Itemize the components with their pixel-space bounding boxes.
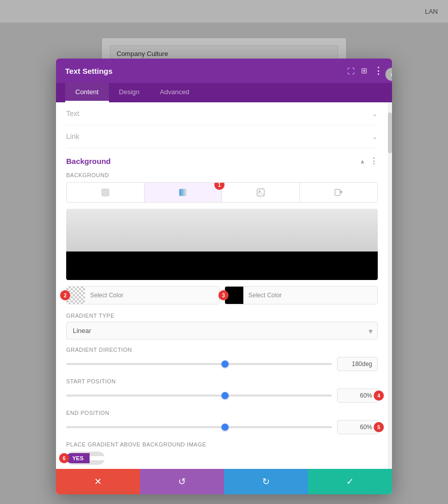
svg-rect-4 — [335, 189, 340, 195]
redo-icon: ↻ — [262, 476, 270, 487]
place-gradient-row: Place Gradient Above Background Image 6 … — [66, 441, 378, 465]
svg-point-3 — [259, 190, 261, 192]
end-position-value[interactable] — [337, 420, 378, 434]
toggle-yes: YES — [66, 453, 90, 463]
gradient-direction-value[interactable] — [337, 357, 378, 371]
bg-type-tabs: 1 — [66, 182, 378, 203]
svg-rect-2 — [257, 189, 264, 196]
bg-tab-video[interactable] — [300, 183, 378, 202]
modal-footer: ✕ ↺ ↻ ✓ — [56, 469, 392, 494]
scrollbar-track[interactable] — [388, 102, 392, 469]
svg-rect-1 — [179, 189, 186, 196]
scrollbar-thumb[interactable] — [388, 113, 392, 153]
redo-button[interactable]: ↻ — [224, 469, 308, 494]
tab-content[interactable]: Content — [65, 83, 109, 102]
gradient-preview — [66, 209, 378, 280]
undo-icon: ↺ — [178, 476, 186, 487]
modal-header: Text Settings ⛶ ⊞ ⋮ — [56, 59, 392, 83]
end-position-badge: 5 — [374, 422, 384, 432]
save-button[interactable]: ✓ — [308, 469, 392, 494]
start-position-slider[interactable] — [66, 395, 332, 397]
gradient-tab-icon — [178, 188, 187, 197]
more-options-icon[interactable]: ⋮ — [374, 65, 383, 76]
cancel-button[interactable]: ✕ — [56, 469, 140, 494]
color-selectors-row: 2 Select Color 3 — [66, 286, 378, 304]
cancel-icon: ✕ — [94, 476, 102, 487]
save-icon: ✓ — [346, 476, 354, 487]
gradient-direction-row: Gradient Direction — [66, 347, 378, 371]
start-position-badge: 4 — [374, 390, 384, 401]
modal-tabs: Content Design Advanced — [56, 83, 392, 102]
color-selector-2[interactable]: Select Color — [225, 286, 378, 304]
tab-advanced[interactable]: Advanced — [150, 83, 200, 102]
background-field-label: Background — [66, 172, 378, 178]
undo-button[interactable]: ↺ — [140, 469, 224, 494]
video-tab-icon — [334, 188, 343, 197]
modal-content: Text ⌄ Link ⌄ Background — [56, 102, 388, 469]
background-section-title: Background — [66, 157, 111, 165]
background-section: Background ▲ ⋮ Background — [66, 148, 378, 469]
place-gradient-badge: 6 — [59, 453, 69, 463]
link-section-label: Link — [66, 132, 79, 141]
split-view-icon[interactable]: ⊞ — [361, 66, 368, 75]
toggle-switch[interactable]: YES — [66, 452, 105, 465]
close-icon: × — [390, 71, 392, 78]
link-section-row[interactable]: Link ⌄ — [66, 125, 378, 148]
gradient-type-select[interactable]: Linear Radial — [66, 322, 378, 340]
section-collapse-icon[interactable]: ▲ — [359, 158, 366, 165]
expand-icon[interactable]: ⛶ — [347, 67, 355, 75]
modal-body: Text ⌄ Link ⌄ Background — [56, 102, 392, 469]
image-tab-icon — [256, 188, 265, 197]
text-chevron-icon: ⌄ — [372, 110, 378, 118]
text-section-row[interactable]: Text ⌄ — [66, 102, 378, 125]
bg-tab-color[interactable] — [67, 183, 145, 202]
gradient-direction-slider[interactable] — [66, 363, 332, 365]
start-position-row: Start Position 4 — [66, 378, 378, 403]
gradient-type-label: Gradient Type — [66, 313, 378, 319]
svg-rect-0 — [102, 189, 109, 196]
color1-badge: 2 — [60, 290, 70, 300]
start-position-label: Start Position — [66, 378, 378, 384]
bg-tab-image[interactable] — [222, 183, 300, 202]
text-settings-modal: × Text Settings ⛶ ⊞ ⋮ Content Design — [56, 59, 392, 494]
section-menu-icon[interactable]: ⋮ — [370, 156, 378, 166]
text-section-label: Text — [66, 109, 79, 118]
color-tab-icon — [101, 188, 110, 197]
color2-badge: 3 — [218, 290, 229, 300]
color-select-label-1: Select Color — [85, 286, 219, 304]
end-position-row: End Position 5 — [66, 410, 378, 434]
modal-overlay: × Text Settings ⛶ ⊞ ⋮ Content Design — [0, 0, 448, 504]
end-position-slider[interactable] — [66, 426, 332, 428]
end-position-label: End Position — [66, 410, 378, 416]
bg-tab-gradient[interactable]: 1 — [145, 183, 222, 202]
color-select-label-2: Select Color — [243, 286, 377, 304]
gradient-type-row: Gradient Type Linear Radial ▾ — [66, 313, 378, 340]
tab-design[interactable]: Design — [109, 83, 150, 102]
start-position-value[interactable] — [337, 388, 378, 403]
modal-title: Text Settings — [65, 67, 113, 75]
toggle-no — [90, 456, 105, 460]
background-section-header: Background ▲ ⋮ — [66, 156, 378, 166]
gradient-direction-label: Gradient Direction — [66, 347, 378, 353]
color-selector-1[interactable]: Select Color — [66, 286, 219, 304]
link-chevron-icon: ⌄ — [372, 133, 378, 141]
place-gradient-label: Place Gradient Above Background Image — [66, 441, 378, 447]
